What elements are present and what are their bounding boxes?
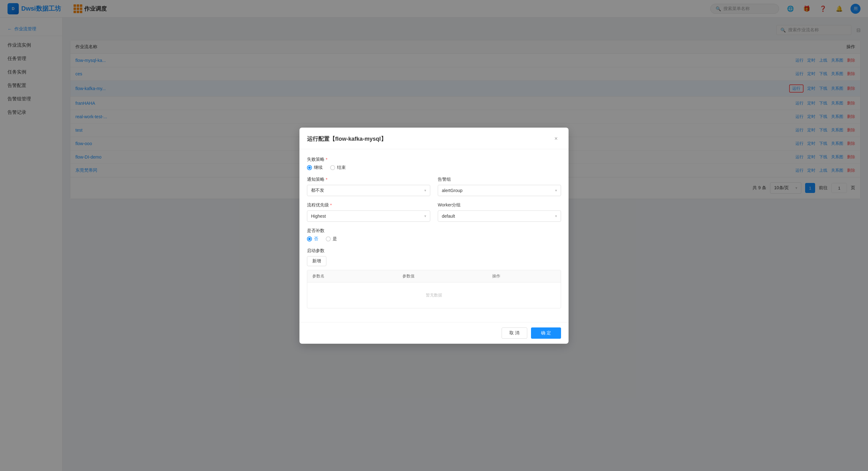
flow-priority-row: 流程优先级 * Highest ▾ <box>307 202 430 222</box>
col-param-action: 操作 <box>487 270 561 282</box>
add-param-button[interactable]: 新增 <box>307 256 327 266</box>
yes-radio[interactable] <box>326 236 331 241</box>
chevron-down-icon: ▾ <box>424 188 426 193</box>
no-option[interactable]: 否 <box>307 236 318 242</box>
params-empty-row: 暂无数据 <box>307 282 561 308</box>
end-radio[interactable] <box>330 165 335 170</box>
startup-params-label: 启动参数 <box>307 248 561 254</box>
dialog-header: 运行配置【flow-kafka-mysql】 × <box>300 128 568 149</box>
dialog-title: 运行配置【flow-kafka-mysql】 <box>307 135 386 143</box>
notify-strategy-label: 通知策略 * <box>307 177 430 182</box>
priority-worker-grid: 流程优先级 * Highest ▾ Worker分组 default ▾ <box>307 202 561 228</box>
notify-strategy-select[interactable]: 都不发 ▾ <box>307 185 430 196</box>
notify-strategy-row: 通知策略 * 都不发 ▾ <box>307 177 430 196</box>
failure-strategy-row: 失败策略 * 继续 结束 <box>307 157 561 170</box>
dialog-body: 失败策略 * 继续 结束 通知 <box>300 149 568 322</box>
chevron-down-icon: ▾ <box>555 188 557 193</box>
required-indicator: * <box>326 157 327 162</box>
worker-group-select[interactable]: default ▾ <box>438 210 561 222</box>
failure-strategy-label: 失败策略 * <box>307 157 561 162</box>
complement-row: 是否补数 否 是 <box>307 228 561 242</box>
complement-radio-group: 否 是 <box>307 236 561 242</box>
no-radio[interactable] <box>307 236 312 241</box>
flow-priority-label: 流程优先级 * <box>307 202 430 208</box>
yes-option[interactable]: 是 <box>326 236 337 242</box>
complement-label: 是否补数 <box>307 228 561 234</box>
col-param-name: 参数名 <box>307 270 397 282</box>
worker-group-row: Worker分组 default ▾ <box>438 202 561 222</box>
failure-strategy-radio-group: 继续 结束 <box>307 165 561 170</box>
flow-priority-select[interactable]: Highest ▾ <box>307 210 430 222</box>
worker-group-label: Worker分组 <box>438 202 561 208</box>
cancel-button[interactable]: 取 消 <box>502 328 527 339</box>
chevron-down-icon: ▾ <box>555 214 557 218</box>
required-indicator: * <box>330 203 332 208</box>
modal-overlay: 运行配置【flow-kafka-mysql】 × 失败策略 * 继续 结束 <box>0 0 868 471</box>
col-param-value: 参数值 <box>397 270 488 282</box>
dialog-footer: 取 消 确 定 <box>300 322 568 344</box>
empty-text: 暂无数据 <box>307 282 561 308</box>
startup-params-row: 启动参数 新增 参数名 参数值 操作 <box>307 248 561 308</box>
continue-radio[interactable] <box>307 165 312 170</box>
continue-option[interactable]: 继续 <box>307 165 322 170</box>
params-table: 参数名 参数值 操作 暂无数据 <box>307 270 561 308</box>
chevron-down-icon: ▾ <box>424 214 426 218</box>
run-config-dialog: 运行配置【flow-kafka-mysql】 × 失败策略 * 继续 结束 <box>300 128 568 344</box>
notify-alert-grid: 通知策略 * 都不发 ▾ 告警组 alertGroup ▾ <box>307 177 561 202</box>
alert-group-label: 告警组 <box>438 177 561 182</box>
required-indicator: * <box>326 177 327 182</box>
dialog-close-button[interactable]: × <box>551 134 561 144</box>
confirm-button[interactable]: 确 定 <box>531 328 561 339</box>
end-option[interactable]: 结束 <box>330 165 346 170</box>
alert-group-row: 告警组 alertGroup ▾ <box>438 177 561 196</box>
alert-group-select[interactable]: alertGroup ▾ <box>438 185 561 196</box>
